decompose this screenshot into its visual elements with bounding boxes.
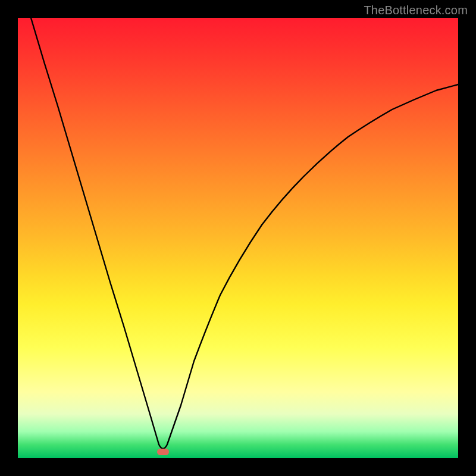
bottleneck-curve-path (31, 18, 458, 449)
watermark-text: TheBottleneck.com (364, 4, 468, 17)
bottleneck-curve-svg (18, 18, 458, 458)
minimum-marker (157, 449, 169, 455)
chart-frame: TheBottleneck.com (0, 0, 476, 476)
